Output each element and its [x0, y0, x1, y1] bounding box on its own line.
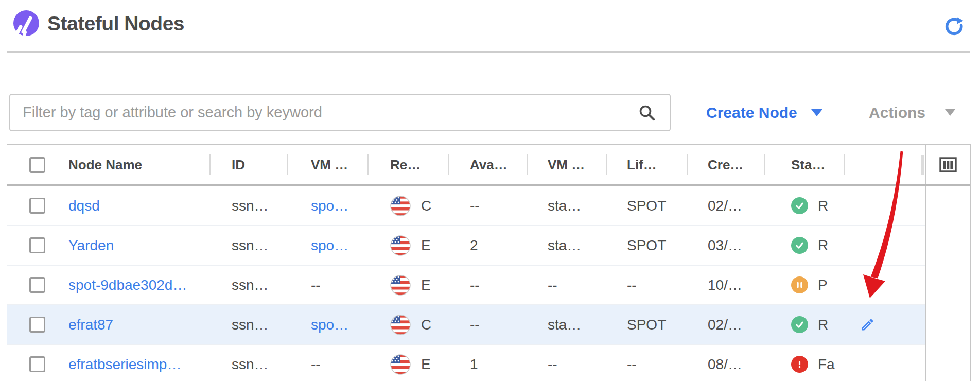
- vm-type: sta…: [548, 237, 581, 254]
- table-right-rail: [925, 186, 970, 381]
- column-header-region[interactable]: Re…: [369, 145, 449, 184]
- vm-name-empty: --: [311, 277, 321, 293]
- us-flag-icon: [390, 275, 411, 296]
- availability-zone: 1: [470, 356, 478, 373]
- column-header-status[interactable]: Sta…: [765, 145, 845, 184]
- lifecycle: --: [627, 356, 637, 373]
- create-node-button[interactable]: Create Node: [706, 94, 822, 131]
- region-value: C: [421, 198, 431, 214]
- edit-pencil-icon[interactable]: [860, 317, 875, 332]
- filter-bar: [9, 94, 671, 131]
- stateful-nodes-page: Stateful Nodes Create Node Actions Node …: [0, 0, 980, 381]
- created-date: 10/…: [708, 277, 742, 293]
- availability-zone: --: [470, 277, 480, 293]
- status-running-icon: [791, 316, 808, 333]
- table-body: dqsd ssn… spo… C: [7, 186, 925, 381]
- select-all-checkbox[interactable]: [29, 157, 45, 173]
- node-id: ssn…: [232, 237, 269, 254]
- availability-zone: --: [470, 317, 480, 333]
- spot-logo-icon: [11, 9, 40, 38]
- lifecycle: SPOT: [627, 237, 666, 254]
- node-name-link[interactable]: Yarden: [68, 237, 114, 254]
- region-value: E: [421, 237, 431, 254]
- table-header-row: Node Name ID VM … Re… Ava… VM … Lif… Cre…: [7, 145, 970, 186]
- table-row[interactable]: efratbseriesimp… ssn… -- E: [7, 345, 925, 381]
- actions-label: Actions: [869, 104, 925, 122]
- column-picker-icon[interactable]: [939, 156, 957, 174]
- column-header-vm-type[interactable]: VM …: [528, 145, 607, 184]
- table-row-selected[interactable]: efrat87 ssn… spo… C: [7, 305, 925, 345]
- chevron-down-icon: [945, 109, 955, 116]
- created-date: 03/…: [708, 237, 742, 254]
- status-running-icon: [791, 197, 808, 214]
- created-date: 02/…: [708, 317, 742, 333]
- column-header-edit: [845, 145, 925, 184]
- availability-zone: --: [470, 198, 480, 214]
- vm-type: --: [548, 356, 557, 373]
- status-text: Fa: [818, 356, 835, 373]
- create-node-label: Create Node: [706, 104, 797, 122]
- table-row[interactable]: spot-9dbae302d… ssn… -- E: [7, 266, 925, 305]
- row-checkbox[interactable]: [29, 356, 45, 372]
- node-name-link[interactable]: dqsd: [68, 198, 100, 214]
- region-value: E: [421, 356, 431, 373]
- row-checkbox[interactable]: [29, 237, 45, 253]
- table-row[interactable]: Yarden ssn… spo… E: [7, 226, 925, 266]
- row-checkbox[interactable]: [29, 277, 45, 293]
- row-checkbox[interactable]: [29, 198, 45, 214]
- node-name-link[interactable]: efrat87: [68, 317, 113, 333]
- header-picker-cell: [925, 145, 970, 184]
- lifecycle: SPOT: [627, 198, 666, 214]
- header-divider: [7, 51, 970, 53]
- page-title: Stateful Nodes: [47, 12, 184, 35]
- status-text: R: [818, 237, 828, 254]
- status-text: R: [818, 317, 828, 333]
- node-name-link[interactable]: efratbseriesimp…: [68, 356, 181, 373]
- node-id: ssn…: [232, 356, 269, 373]
- us-flag-icon: [390, 315, 411, 335]
- vm-name-link[interactable]: spo…: [311, 237, 348, 254]
- table-row[interactable]: dqsd ssn… spo… C: [7, 186, 925, 226]
- column-header-id[interactable]: ID: [211, 145, 288, 184]
- lifecycle: SPOT: [627, 317, 666, 333]
- refresh-button[interactable]: [941, 13, 968, 40]
- column-header-lifecycle[interactable]: Lif…: [607, 145, 688, 184]
- vm-name-link[interactable]: spo…: [311, 317, 348, 333]
- header-select-cell: [7, 145, 56, 184]
- us-flag-icon: [390, 235, 411, 256]
- node-id: ssn…: [232, 277, 269, 293]
- vm-name-empty: --: [311, 356, 321, 373]
- column-header-availability[interactable]: Ava…: [449, 145, 528, 184]
- status-failed-icon: [791, 356, 808, 373]
- vm-type: sta…: [548, 317, 581, 333]
- refresh-icon: [943, 15, 966, 38]
- nodes-table: Node Name ID VM … Re… Ava… VM … Lif… Cre…: [7, 144, 971, 381]
- vm-type: --: [548, 277, 557, 293]
- status-text: R: [818, 198, 828, 214]
- vm-name-link[interactable]: spo…: [311, 198, 348, 214]
- chevron-down-icon: [811, 109, 822, 116]
- us-flag-icon: [390, 196, 411, 216]
- created-date: 02/…: [708, 198, 742, 214]
- node-id: ssn…: [232, 198, 269, 214]
- actions-button[interactable]: Actions: [869, 94, 955, 131]
- vm-type: sta…: [548, 198, 581, 214]
- status-text: P: [818, 277, 828, 293]
- column-header-created[interactable]: Cre…: [688, 145, 765, 184]
- created-date: 08/…: [708, 356, 742, 373]
- status-paused-icon: [791, 276, 808, 293]
- us-flag-icon: [390, 354, 411, 375]
- lifecycle: --: [627, 277, 637, 293]
- column-header-vm-name[interactable]: VM …: [288, 145, 369, 184]
- filter-input[interactable]: [9, 94, 671, 131]
- node-id: ssn…: [232, 317, 269, 333]
- region-value: E: [421, 277, 431, 293]
- region-value: C: [421, 317, 431, 333]
- node-name-link[interactable]: spot-9dbae302d…: [68, 277, 187, 293]
- availability-zone: 2: [470, 237, 478, 254]
- column-header-node-name[interactable]: Node Name: [56, 145, 211, 184]
- status-running-icon: [791, 237, 808, 254]
- row-checkbox[interactable]: [29, 317, 45, 333]
